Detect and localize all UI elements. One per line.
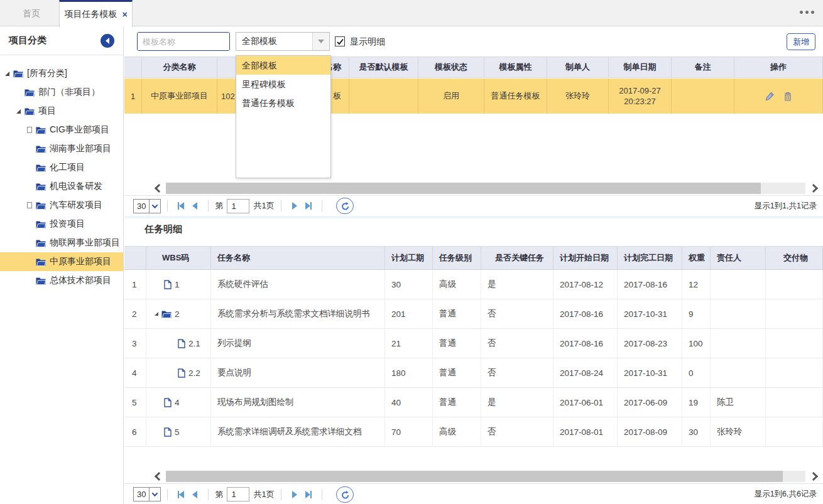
folder-icon [161, 310, 172, 318]
tree-item-electromechanical[interactable]: 机电设备研发 [0, 177, 123, 196]
tree-item-cig[interactable]: CIG事业部项目 [0, 121, 123, 139]
add-button[interactable]: 新增 [787, 33, 815, 50]
folder-icon [36, 239, 46, 247]
col-deliverable[interactable]: 交付物 [766, 247, 823, 269]
col-start-date[interactable]: 计划开始日期 [553, 247, 618, 269]
col-create-date[interactable]: 制单日期 [609, 57, 672, 77]
tree-item-project[interactable]: 项目 [0, 102, 123, 121]
col-remark[interactable]: 备注 [672, 57, 734, 77]
col-owner[interactable]: 责任人 [711, 247, 766, 269]
scrollbar-thumb[interactable] [166, 471, 783, 482]
col-task-name[interactable]: 任务名称 [211, 247, 385, 269]
date-line2: 20:23:27 [624, 96, 656, 107]
tree-item-label: CIG事业部项目 [50, 124, 109, 136]
cell-end-date: 2017-10-31 [618, 299, 682, 328]
detail-table-hscrollbar[interactable] [124, 469, 823, 483]
tree-item-iot[interactable]: 物联网事业部项目 [0, 233, 123, 252]
col-category[interactable]: 分类名称 [142, 57, 217, 77]
col-wbs[interactable]: WBS码 [146, 247, 211, 269]
col-duration[interactable]: 计划工期 [385, 247, 433, 269]
tab-active-project-task-template[interactable]: 项目任务模板 × [59, 0, 133, 27]
dropdown-option-milestone[interactable]: 里程碑模板 [236, 75, 330, 94]
cell-deliverable [766, 388, 823, 417]
template-filter-select[interactable]: 全部模板 [236, 32, 330, 51]
cell-critical: 是 [481, 388, 553, 417]
tab-home[interactable]: 首页 [11, 0, 52, 26]
left-arrow-circle-icon[interactable] [101, 34, 114, 48]
tree-item-all-categories[interactable]: [所有分类] [0, 64, 123, 83]
scroll-right-icon[interactable] [809, 184, 818, 193]
task-row-6[interactable]: 6 5 系统需求详细调研及系统需求详细文档 70 高级 否 2017-08-01… [124, 417, 823, 447]
scrollbar-track[interactable] [166, 183, 805, 194]
prev-page-button[interactable] [188, 488, 202, 501]
col-grade[interactable]: 任务级别 [433, 247, 481, 269]
task-row-4[interactable]: 4 2.2 要点说明 180 普通 否 2017-08-24 2017-10-3… [124, 358, 823, 388]
last-page-button[interactable] [302, 488, 315, 501]
task-row-2[interactable]: 2 2 系统需求分析与系统需求文档详细说明书 201 普通 否 2017-08-… [124, 299, 823, 329]
show-detail-checkbox[interactable] [335, 36, 345, 46]
tree-item-zhongyuan-selected[interactable]: 中原事业部项目 [0, 252, 123, 271]
tree-item-chemical[interactable]: 化工项目 [0, 158, 123, 177]
refresh-button[interactable] [336, 198, 354, 214]
col-creator[interactable]: 制单人 [547, 57, 609, 77]
page-size-value: 30 [134, 488, 149, 501]
col-attribute[interactable]: 模板属性 [484, 57, 547, 77]
scroll-left-icon[interactable] [155, 472, 163, 481]
expander-icon[interactable] [16, 109, 25, 114]
next-page-button[interactable] [288, 199, 302, 213]
search-input[interactable] [138, 33, 230, 50]
cell-weight: 0 [682, 358, 711, 387]
expander-icon[interactable] [5, 72, 13, 76]
cell-weight: 12 [682, 270, 711, 299]
cell-remark [672, 78, 734, 114]
refresh-button[interactable] [336, 486, 354, 503]
expander-icon[interactable] [28, 203, 36, 208]
tree-item-general-tech[interactable]: 总体技术部项目 [0, 271, 123, 290]
cell-start-date: 2017-08-24 [553, 358, 618, 387]
cell-actions [734, 78, 823, 114]
tree-item-hunan[interactable]: 湖南事业部项目 [0, 139, 123, 158]
tree-item-department[interactable]: 部门（非项目） [0, 83, 123, 102]
last-page-button[interactable] [302, 199, 315, 213]
page-number-input[interactable] [227, 487, 249, 501]
toolbar: 全部模板 显示明细 新增 [124, 26, 823, 56]
template-table-hscrollbar[interactable] [124, 181, 823, 195]
col-critical[interactable]: 是否关键任务 [481, 247, 553, 269]
cell-task-name: 系统需求详细调研及系统需求详细文档 [211, 417, 385, 446]
pencil-icon[interactable] [765, 91, 775, 101]
col-end-date[interactable]: 计划完工日期 [618, 247, 682, 269]
first-page-button[interactable] [174, 488, 188, 501]
trash-icon[interactable] [783, 92, 792, 101]
first-page-button[interactable] [174, 199, 188, 213]
tree-item-automotive[interactable]: 汽车研发项目 [0, 196, 123, 215]
task-row-3[interactable]: 3 2.1 列示提纲 21 普通 否 2017-08-16 2017-08-23… [124, 329, 823, 358]
expander-icon[interactable] [28, 127, 36, 132]
tree-item-investment[interactable]: 投资项目 [0, 215, 123, 233]
scrollbar-thumb[interactable] [166, 183, 761, 194]
dropdown-option-normal-task[interactable]: 普通任务模板 [236, 94, 330, 112]
expander-icon[interactable] [155, 312, 158, 316]
col-is-default[interactable]: 是否默认模板 [349, 57, 418, 77]
cell-index: 2 [124, 299, 146, 328]
task-row-5[interactable]: 5 4 现场布局规划图绘制 40 普通 是 2017-06-01 2017-06… [124, 388, 823, 417]
col-weight[interactable]: 权重 [682, 247, 711, 269]
ellipsis-icon[interactable] [800, 11, 814, 14]
prev-page-button[interactable] [188, 199, 202, 213]
task-row-1[interactable]: 1 1 系统硬件评估 30 高级 是 2017-08-12 2017-08-16… [124, 270, 823, 299]
close-icon[interactable]: × [122, 9, 127, 19]
folder-icon [25, 88, 35, 97]
cell-index: 3 [124, 329, 146, 358]
col-status[interactable]: 模板状态 [418, 57, 484, 77]
page-total: 共1页 [253, 200, 274, 212]
next-page-button[interactable] [288, 488, 302, 501]
scroll-left-icon[interactable] [155, 184, 163, 193]
dropdown-option-all[interactable]: 全部模板 [236, 56, 330, 75]
page-size-select[interactable]: 30 [133, 199, 161, 213]
page-number-input[interactable] [227, 199, 249, 213]
scrollbar-track[interactable] [166, 471, 805, 482]
scroll-right-icon[interactable] [809, 472, 818, 481]
folder-icon [36, 145, 46, 153]
cell-deliverable [766, 299, 823, 328]
page-size-select[interactable]: 30 [133, 487, 161, 501]
template-table-row-selected[interactable]: 1 中原事业部项目 102 板 启用 普通任务模板 张玲玲 2017-09-27… [124, 78, 823, 114]
